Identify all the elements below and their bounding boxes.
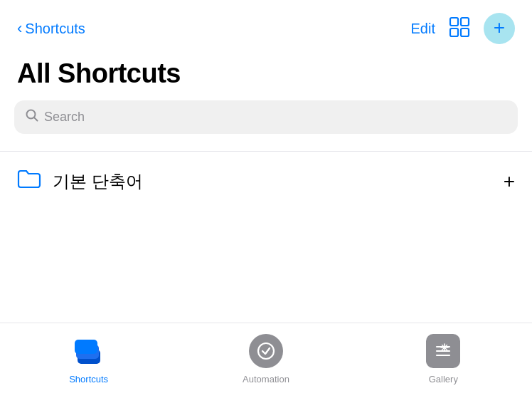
search-icon xyxy=(26,109,38,125)
svg-rect-0 xyxy=(450,18,458,26)
shortcuts-tab-label: Shortcuts xyxy=(69,374,108,385)
tab-automation[interactable]: Automation xyxy=(223,332,309,385)
nav-bar: ‹ Shortcuts Edit + xyxy=(0,0,532,51)
grid-view-button[interactable] xyxy=(448,16,471,41)
nav-right-actions: Edit + xyxy=(411,13,515,44)
tab-shortcuts[interactable]: Shortcuts xyxy=(46,332,132,385)
shortcuts-tab-icon xyxy=(70,332,108,370)
folder-section: 기본 단축어 + xyxy=(0,152,532,208)
folder-icon xyxy=(17,169,41,194)
automation-tab-label: Automation xyxy=(243,374,289,385)
svg-rect-1 xyxy=(461,18,469,26)
svg-rect-2 xyxy=(450,28,458,36)
back-button[interactable]: ‹ Shortcuts xyxy=(17,21,85,37)
search-bar[interactable]: Search xyxy=(14,100,518,134)
folder-name: 기본 단축어 xyxy=(53,170,143,193)
search-area: Search xyxy=(0,100,532,145)
gallery-tab-label: Gallery xyxy=(429,374,458,385)
back-label: Shortcuts xyxy=(25,21,85,37)
folder-left: 기본 단축어 xyxy=(17,169,143,194)
plus-icon: + xyxy=(494,18,505,38)
search-placeholder: Search xyxy=(44,110,85,125)
page-title-area: All Shortcuts xyxy=(0,51,532,100)
automation-tab-icon xyxy=(247,332,285,370)
svg-rect-8 xyxy=(75,340,97,354)
svg-line-5 xyxy=(34,117,38,121)
gallery-tab-icon xyxy=(424,332,462,370)
tab-gallery[interactable]: Gallery xyxy=(400,332,486,385)
svg-rect-3 xyxy=(461,28,469,36)
add-shortcut-button[interactable]: + xyxy=(484,13,515,44)
add-folder-item-button[interactable]: + xyxy=(504,170,515,193)
edit-button[interactable]: Edit xyxy=(411,21,435,37)
page-title: All Shortcuts xyxy=(17,58,515,89)
tab-bar: Shortcuts Automation xyxy=(0,323,532,408)
svg-point-9 xyxy=(258,343,274,359)
chevron-left-icon: ‹ xyxy=(17,21,22,36)
